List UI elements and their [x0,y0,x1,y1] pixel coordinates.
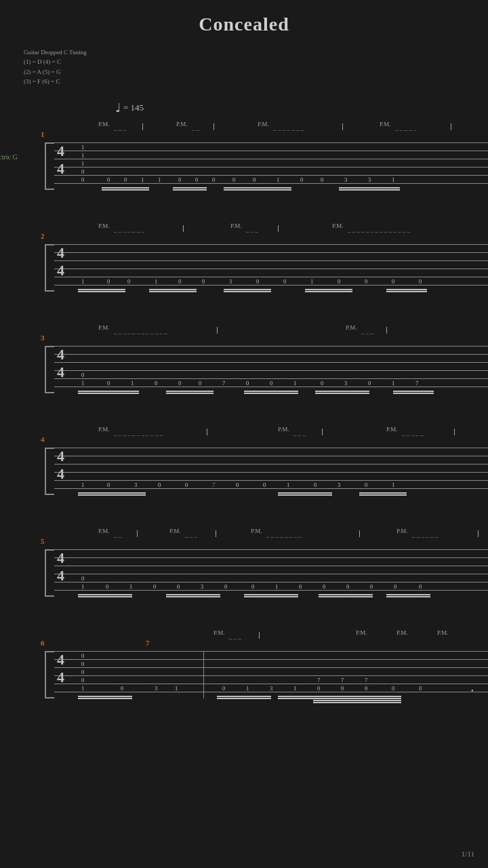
measure-number-6: 6 [41,639,45,647]
beam-2e [224,289,271,290]
n5-1: 1 [81,583,84,590]
staff-section-5: 5 4 4 1 0 0 1 0 0 3 0 [20,541,468,606]
bracket-left-3 [45,346,54,393]
pm-6b: P.M. [356,629,367,636]
pm-6c: P.M. [396,629,408,636]
beam-3f [244,393,298,394]
instrument-label: Electric G [0,153,18,161]
n7-6b: 7 [341,677,344,684]
n3-10: 1 [293,380,296,387]
notes-layer-6: 0 0 0 0 1 0 3 1 0 1 3 1 0 7 0 7 0 7 0 0 [54,643,488,707]
bracket-left-4 [45,448,54,495]
pm-dash-5c: _ _ _ _ _ _ _ _ [266,532,302,538]
pm-2c: P.M. [332,222,344,229]
pm-row-4: P.M. _ _ _ _ _ _ _ _ _ _ _ P.M. _ _ _ P.… [88,426,468,438]
note-1-18: 3 [344,176,347,183]
staff-section-4: 4 4 4 1 0 3 0 0 7 0 0 [20,439,468,504]
n6-3: 0 [81,669,84,675]
tuning-line2: (2) = A (5) = G [24,67,468,77]
n2-12: 0 [365,278,367,285]
pm-dash-5d: _ _ _ _ _ _ [412,532,438,538]
tempo-note-icon: ♩ [115,100,121,115]
n5-13: 0 [370,583,373,590]
pm-5b: P.M. [169,528,181,534]
note-1-15: 1 [277,176,279,183]
n3-14: 1 [392,380,394,387]
pm-dash-4c: _ _ _ _ _ [402,430,424,437]
n4-1: 1 [81,481,84,488]
page: Concealed Guitar Dropped C Tuning (1) = … [0,0,488,868]
n5-12: 0 [346,583,349,590]
note-1-2: 1 [81,152,84,159]
beam-2g [305,289,352,290]
pm-row-3: P.M. _ _ _ _ _ _ _ _ _ _ _ _ P.M. _ _ _ [88,324,468,336]
n5-2: 0 [106,583,108,590]
note-1-14: 0 [253,176,256,183]
pm-end-6a [259,632,260,639]
n2-10: 1 [310,278,313,285]
n5-14: 0 [394,583,396,590]
n5-1b: 0 [81,575,84,582]
n4-11: 3 [338,481,340,488]
pm-label-1b: P.M. [176,121,188,127]
measure-number-4: 4 [41,435,45,443]
beam-2d [149,291,197,292]
note-1-11: 0 [195,176,198,183]
n7-2: 1 [246,685,249,692]
pm-6d: P.M. [437,629,449,636]
n3-6: 0 [199,380,201,387]
pm-dash-6a: _ _ _ [229,633,241,640]
n7-1: 0 [222,685,225,692]
tuning-line1: (1) = D (4) = C [24,57,468,66]
staff-section-1: 1 Electric G 4 4 1 1 1 0 [20,134,468,199]
beam-3d [166,393,214,394]
n6-8: 1 [175,685,178,692]
pm-dash-3b: _ _ _ [361,328,373,335]
n2-1: 1 [81,278,84,285]
beam-6i [313,700,401,701]
notes-layer-2: 1 0 0 1 0 0 3 0 0 1 0 0 0 0 [54,236,488,300]
beam-2b [78,291,125,292]
beam-2h [305,291,352,292]
pm-end-3b [386,327,387,334]
pm-2b: P.M. [230,222,242,229]
n6-7: 3 [155,685,157,692]
note-1-17: 0 [321,176,323,183]
n4-13: 1 [392,481,394,488]
staff-block-1: Electric G 4 4 1 1 1 0 0 0 [54,134,488,199]
n6-4: 0 [81,677,84,684]
n3-5: 0 [178,380,181,387]
n7-3: 3 [270,685,272,692]
beam-6c [217,696,271,697]
pm-end-1d [451,123,451,130]
n5-15: 0 [419,583,422,590]
n3-11: 0 [321,380,323,387]
beam-4b [78,494,146,496]
notes-layer-1: 1 1 1 0 0 0 0 1 1 0 0 0 0 0 1 0 0 3 3 1 [54,134,488,199]
n5-9: 1 [275,583,278,590]
note-1-4: 0 [81,168,84,175]
pm-dash-1a: _ _ _ [114,125,126,132]
note-1-3: 1 [81,160,84,167]
pm-dash-2b: _ _ _ [246,226,258,233]
n4-8: 0 [263,481,266,488]
n5-4: 0 [153,583,156,590]
n4-2: 0 [107,481,110,488]
beam-1a [102,187,149,189]
beam-4e [359,492,407,494]
beam-1b [102,189,149,191]
pm-dash-2c: _ _ _ _ _ _ _ _ _ _ _ _ _ _ [348,226,410,233]
n5-7: 0 [224,583,227,590]
beam-5j [386,596,430,597]
note-1-13: 0 [232,176,235,183]
pm-end-2b [278,225,279,232]
staff-block-6: 4 4 0 0 0 0 1 0 3 1 0 1 3 1 0 7 0 7 0 [54,643,488,707]
note-1-7: 0 [124,176,127,183]
pm-5a: P.M. [98,528,110,534]
note-1-5: 0 [81,176,84,183]
pm-3a: P.M. [98,324,110,331]
beam-3e [244,391,298,392]
pm-dash-2a: _ _ _ _ _ _ _ [114,226,144,233]
n5-3: 1 [129,583,132,590]
pm-5c: P.M. [251,528,262,534]
